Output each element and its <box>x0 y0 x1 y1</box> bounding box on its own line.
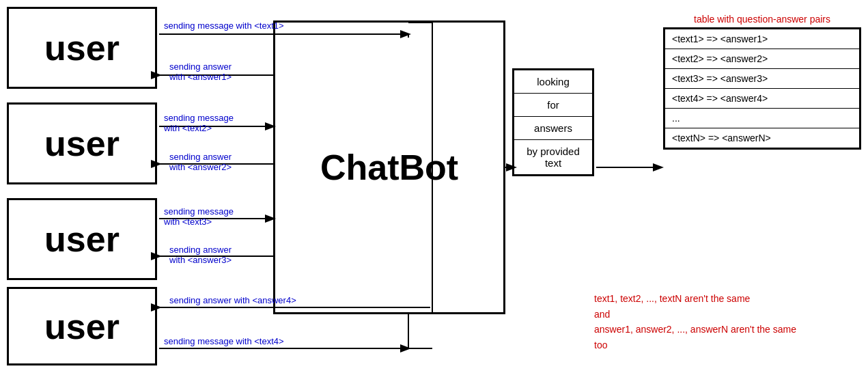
arrow-label-send2: sending messagewith <text2> <box>164 113 234 133</box>
qa-table: <text1> => <answer1> <text2> => <answer2… <box>663 27 861 150</box>
user-label-3: user <box>44 219 120 260</box>
arrow-label-ans1: sending answerwith <answer1> <box>169 61 232 82</box>
chatbot-label: ChatBot <box>320 147 458 188</box>
bottom-note: text1, text2, ..., textN aren't the same… <box>594 291 796 353</box>
note-line4: too <box>594 337 796 353</box>
table-row: <text4> => <answer4> <box>664 89 860 109</box>
table-cell: <text1> => <answer1> <box>664 29 860 49</box>
table-row: <text1> => <answer1> <box>664 29 860 49</box>
table-title: table with question-answer pairs <box>663 14 861 25</box>
middle-labels: looking for answers by provided text <box>512 68 594 176</box>
table-cell: <text4> => <answer4> <box>664 89 860 109</box>
table-cell: ... <box>664 109 860 128</box>
arrow-label-ans2: sending answerwith <answer2> <box>169 152 232 172</box>
arrow-label-ans4: sending answer with <answer4> <box>169 295 296 305</box>
looking-label: looking <box>514 70 592 94</box>
answers-label: answers <box>514 117 592 140</box>
user-box-3: user <box>7 198 157 280</box>
by-provided-text-label: by provided text <box>514 140 592 174</box>
note-line2: and <box>594 307 796 322</box>
note-line1: text1, text2, ..., textN aren't the same <box>594 291 796 306</box>
user-box-4: user <box>7 287 157 365</box>
arrow-label-ans3: sending answerwith <answer3> <box>169 245 232 265</box>
user-label-2: user <box>44 123 120 164</box>
diagram: user user user user ChatBot looking for … <box>0 0 868 373</box>
arrow-label-send4: sending message with <text4> <box>164 336 284 346</box>
user-box-1: user <box>7 7 157 89</box>
user-box-2: user <box>7 102 157 184</box>
table-row: ... <box>664 109 860 128</box>
arrow-label-send3: sending messagewith <text3> <box>164 206 234 227</box>
note-line3: answer1, answer2, ..., answerN aren't th… <box>594 322 796 337</box>
user-label-4: user <box>44 306 120 347</box>
chatbot-box: ChatBot <box>273 20 505 314</box>
table-row: <text3> => <answer3> <box>664 69 860 89</box>
arrow-label-send1: sending message with <text1> <box>164 20 284 31</box>
user-label-1: user <box>44 27 120 68</box>
table-cell: <textN> => <answerN> <box>664 128 860 149</box>
qa-table-container: table with question-answer pairs <text1>… <box>663 14 861 150</box>
table-cell: <text3> => <answer3> <box>664 69 860 89</box>
for-label: for <box>514 94 592 117</box>
table-row: <textN> => <answerN> <box>664 128 860 149</box>
table-row: <text2> => <answer2> <box>664 49 860 69</box>
table-cell: <text2> => <answer2> <box>664 49 860 69</box>
